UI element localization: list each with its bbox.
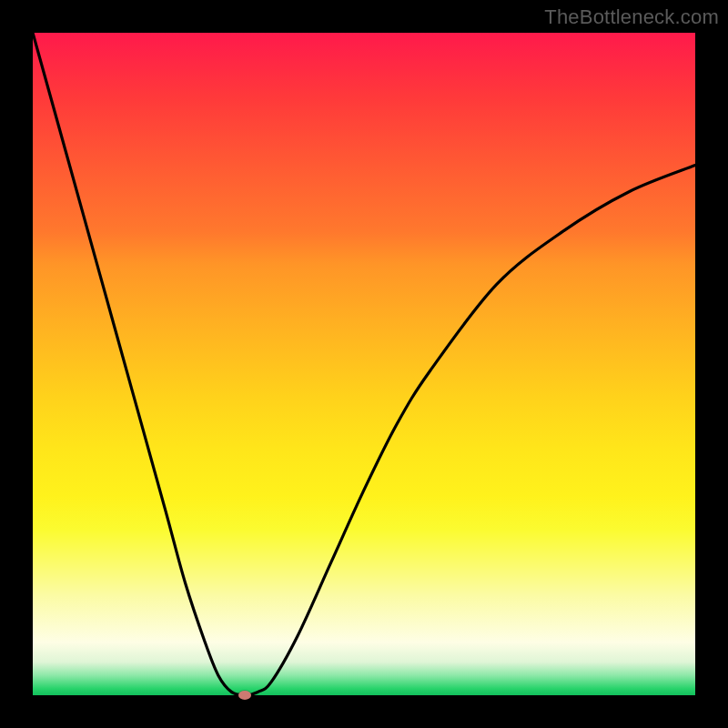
optimal-point-marker — [238, 691, 251, 700]
plot-area — [33, 33, 695, 695]
watermark-text: TheBottleneck.com — [544, 5, 719, 29]
bottleneck-curve — [33, 33, 695, 695]
chart-frame: TheBottleneck.com — [0, 0, 728, 728]
